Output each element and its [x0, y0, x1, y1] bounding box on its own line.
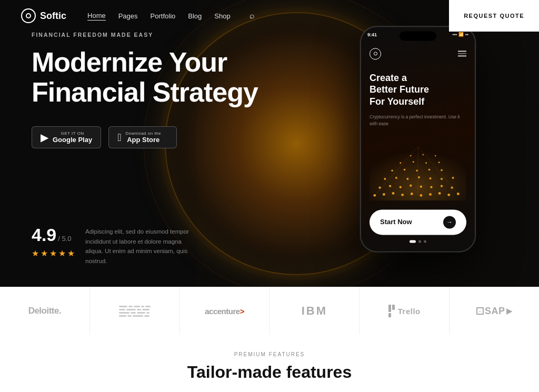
rating-score: 4.9 — [32, 225, 56, 245]
boa-logo — [119, 306, 151, 317]
logo-inner-circle — [26, 13, 31, 18]
hero-content: FINANCIAL FREEDOM MADE EASY Modernize Yo… — [0, 0, 279, 287]
rating-stars: ★ ★ ★ ★ ★ — [32, 248, 75, 258]
seg — [128, 306, 133, 307]
trello-text: Trello — [398, 307, 421, 316]
phone-indicators — [370, 240, 466, 243]
phone-cta-button[interactable]: Start Now → — [370, 209, 466, 235]
svg-point-9 — [447, 193, 450, 196]
star-5: ★ — [67, 248, 75, 258]
accenture-logo: accenture> — [205, 307, 244, 316]
ibm-logo: IBM — [302, 304, 327, 318]
seg — [134, 306, 140, 307]
partner-boa — [90, 287, 180, 335]
seg — [119, 309, 125, 310]
nav-blog[interactable]: Blog — [188, 12, 202, 20]
seg — [144, 315, 149, 317]
svg-point-25 — [452, 177, 454, 179]
app-store-button[interactable]:  Download on the App Store — [108, 126, 177, 148]
phone-status-bar: 9:41 ▪▪▪ 📶 ▪▪ — [367, 32, 468, 37]
svg-point-28 — [416, 169, 418, 172]
phone-title-line1: Create a — [370, 73, 407, 83]
svg-point-12 — [389, 185, 391, 187]
google-play-icon: ▶ — [41, 131, 48, 144]
app-store-small: Download on the — [125, 131, 161, 136]
phone-subtitle: Cryptocurrency is a perfect investment. … — [370, 114, 466, 127]
nav-shop[interactable]: Shop — [214, 12, 230, 20]
svg-point-32 — [413, 161, 414, 163]
indicator-3 — [424, 240, 426, 243]
svg-point-14 — [410, 184, 412, 186]
accenture-dot: > — [240, 307, 244, 316]
svg-point-7 — [429, 193, 432, 195]
svg-point-11 — [378, 186, 381, 188]
search-icon[interactable]: ⌕ — [249, 11, 255, 21]
request-quote-button[interactable]: REQUEST QUOTE — [449, 0, 539, 32]
seg — [119, 306, 127, 307]
trello-col-tall — [388, 305, 391, 312]
phone-mockup-wrapper: 9:41 ▪▪▪ 📶 ▪▪ — [360, 26, 476, 252]
svg-point-19 — [384, 178, 386, 180]
phone-status-icons: ▪▪▪ 📶 ▪▪ — [453, 32, 468, 37]
hero-title: Modernize Your Financial Strategy — [32, 47, 279, 107]
svg-point-16 — [430, 186, 432, 188]
premium-label: PREMIUM FEATURES — [0, 351, 539, 357]
svg-point-4 — [401, 193, 404, 196]
logo: Softic — [21, 8, 66, 23]
seg — [137, 312, 145, 314]
google-play-small: GET IT ON — [53, 131, 92, 136]
rating-number: 4.9 / 5.0 — [32, 225, 75, 245]
nav-pages[interactable]: Pages — [118, 12, 138, 20]
svg-point-30 — [441, 169, 443, 171]
star-2: ★ — [41, 248, 48, 258]
boa-line-4 — [119, 315, 151, 317]
boa-line-2 — [119, 309, 151, 310]
seg — [141, 306, 144, 307]
star-3: ★ — [49, 248, 57, 258]
ham-line-3 — [458, 56, 466, 57]
svg-point-20 — [395, 177, 397, 179]
svg-point-23 — [430, 177, 432, 179]
partner-sap: ▪ SAP ▶ — [450, 287, 539, 335]
seg — [131, 312, 136, 314]
phone-title-line2: Better Future — [370, 84, 429, 95]
battery-icon: ▪▪ — [465, 32, 468, 37]
sap-arrow: ▶ — [506, 307, 513, 315]
trello-col-group2 — [392, 305, 395, 317]
partners-section: Deloitte. — [0, 287, 539, 335]
seg — [126, 309, 136, 310]
bottom-title: Tailor-made features — [0, 363, 539, 382]
hamburger-menu-icon[interactable] — [458, 51, 466, 57]
phone-screen: 9:41 ▪▪▪ 📶 ▪▪ — [361, 27, 475, 251]
partner-ibm: IBM — [270, 287, 360, 335]
phone-logo-inner — [374, 52, 377, 55]
deloitte-logo: Deloitte. — [28, 306, 62, 316]
seg — [127, 315, 132, 317]
google-play-button[interactable]: ▶ GET IT ON Google Play — [32, 126, 101, 148]
svg-point-3 — [392, 192, 395, 194]
hero-eyebrow: FINANCIAL FREEDOM MADE EASY — [32, 32, 279, 38]
seg — [146, 312, 149, 314]
hero-title-line2: Financial Strategy — [32, 77, 258, 107]
google-play-name: Google Play — [53, 136, 92, 144]
indicator-1 — [410, 240, 416, 243]
phone-app-header — [370, 48, 466, 59]
phone-cta-label: Start Now — [380, 218, 412, 226]
rating-out-of: / 5.0 — [58, 235, 71, 243]
svg-point-31 — [400, 162, 401, 164]
header: Softic Home Pages Portfolio Blog Shop ⌕ … — [0, 0, 539, 32]
main-nav: Home Pages Portfolio Blog Shop ⌕ — [87, 11, 255, 21]
svg-point-33 — [425, 162, 427, 164]
logo-text: Softic — [40, 11, 66, 22]
nav-portfolio[interactable]: Portfolio — [151, 12, 176, 20]
boa-line-3 — [119, 312, 151, 314]
svg-point-29 — [428, 168, 431, 170]
nav-home[interactable]: Home — [87, 12, 106, 21]
svg-point-24 — [441, 178, 443, 180]
rating-description: Adipiscing elit, sed do eiusmod tempor i… — [85, 227, 191, 266]
bottom-section: PREMIUM FEATURES Tailor-made features — [0, 335, 539, 387]
logo-icon — [21, 8, 36, 23]
indicator-2 — [418, 240, 421, 243]
star-1: ★ — [32, 248, 39, 258]
boa-line-1 — [119, 306, 151, 307]
